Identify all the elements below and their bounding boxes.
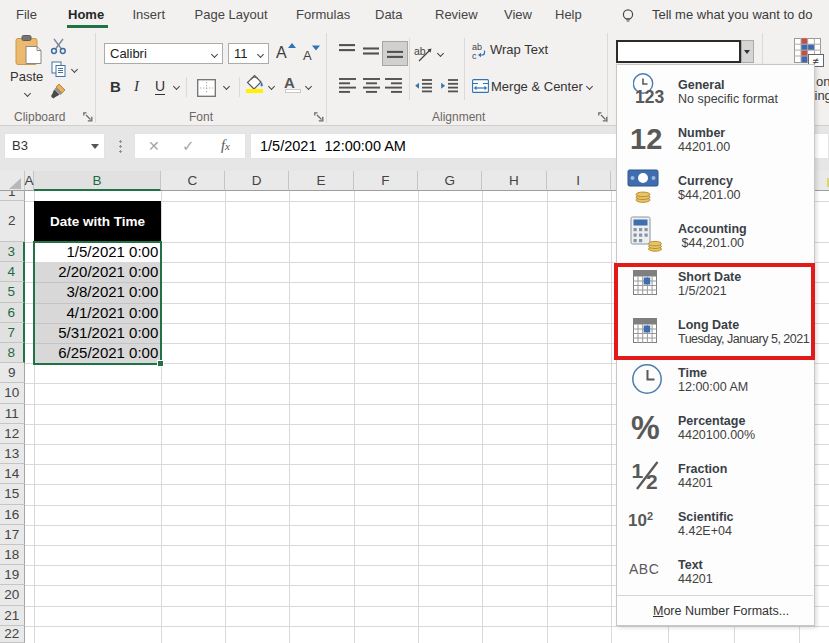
svg-text:c: c xyxy=(472,51,477,60)
svg-text:123: 123 xyxy=(635,87,664,107)
svg-text:1: 1 xyxy=(632,459,644,482)
